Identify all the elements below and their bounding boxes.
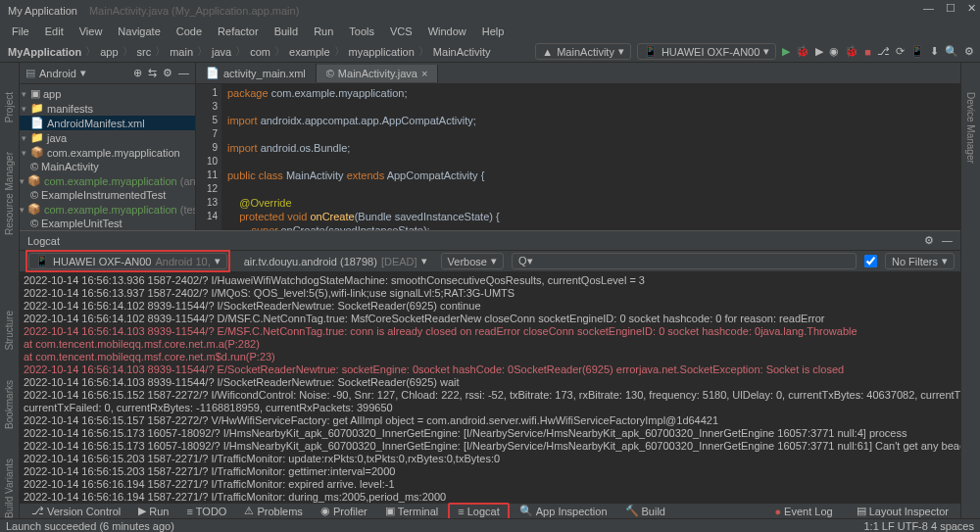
logcat-title: Logcat — [27, 235, 60, 247]
menu-build[interactable]: Build — [269, 24, 304, 39]
logcat-search[interactable]: Q▾ — [512, 253, 857, 269]
tab-profiler[interactable]: ◉Profiler — [313, 504, 375, 518]
status-right: 1:1 LF UTF-8 4 spaces — [864, 520, 975, 532]
android-icon: ▲ — [542, 46, 553, 58]
chevron-down-icon[interactable]: ▾ — [80, 67, 86, 79]
hide-icon[interactable]: — — [942, 234, 953, 247]
menu-refactor[interactable]: Refactor — [212, 24, 265, 39]
crumb[interactable]: app — [98, 46, 120, 58]
tab-terminal[interactable]: ▣Terminal — [377, 504, 447, 518]
regex-checkbox[interactable] — [864, 255, 877, 267]
device-select[interactable]: 📱 HUAWEI OXF-AN00 Android 10, ▾ — [28, 253, 227, 269]
tab-build-variants[interactable]: Build Variants — [4, 459, 15, 518]
tab-vcs[interactable]: ⎇Version Control — [24, 504, 128, 518]
menu-tools[interactable]: Tools — [343, 24, 380, 39]
profile-icon[interactable]: ◉ — [829, 45, 839, 58]
tree-pkg-test[interactable]: ▾📦com.example.myapplication (androidTest… — [20, 173, 195, 188]
tab-device-manager[interactable]: Device Manager — [965, 92, 976, 164]
kotlin-icon: © — [30, 218, 38, 229]
menu-vcs[interactable]: VCS — [384, 24, 418, 39]
tab-logcat[interactable]: ≡Logcat — [448, 503, 509, 520]
sync-icon[interactable]: ⟳ — [896, 45, 905, 58]
kotlin-icon: © — [30, 161, 38, 172]
chevron-down-icon: ▾ — [942, 255, 948, 267]
debug-icon[interactable]: 🐞 — [796, 45, 809, 58]
tab-structure[interactable]: Structure — [4, 311, 15, 351]
gear-icon[interactable]: ⚙ — [163, 67, 172, 79]
tab-problems[interactable]: ⚠Problems — [236, 504, 310, 518]
tree-app[interactable]: ▾▣app — [20, 86, 195, 101]
xml-icon: 📄 — [206, 67, 220, 79]
run-config-dropdown[interactable]: ▲ MainActivity ▾ — [535, 43, 631, 60]
target-icon[interactable]: ⊕ — [133, 67, 142, 79]
crumb[interactable]: myapplication — [347, 46, 416, 58]
tree-manifest-file[interactable]: 📄AndroidManifest.xml — [20, 116, 195, 130]
tree-pkg[interactable]: ▾📦com.example.myapplication — [20, 145, 195, 160]
expand-icon[interactable]: ⇆ — [148, 67, 157, 79]
tree-java[interactable]: ▾📁java — [20, 130, 195, 145]
crumb[interactable]: example — [287, 46, 332, 58]
crumb[interactable]: src — [135, 46, 154, 58]
crumb[interactable]: java — [210, 46, 233, 58]
close-icon[interactable]: ✕ — [967, 2, 976, 15]
level-select[interactable]: Verbose ▾ — [441, 253, 504, 269]
status-bar: Launch succeeded (6 minutes ago) 1:1 LF … — [0, 518, 980, 532]
tab-project[interactable]: Project — [4, 92, 15, 122]
title-detail: MainActivity.java (My_Application.app.ma… — [89, 5, 299, 17]
tree-mainactivity[interactable]: ©MainActivity — [20, 160, 195, 173]
android-icon: ▤ — [25, 67, 35, 79]
sdk-icon[interactable]: ⬇ — [930, 45, 939, 58]
menu-edit[interactable]: Edit — [39, 24, 70, 39]
vcs-icon[interactable]: ⎇ — [877, 45, 890, 58]
editor-tab-xml[interactable]: 📄activity_main.xml — [196, 64, 317, 82]
tab-build[interactable]: 🔨Build — [617, 504, 673, 518]
settings-icon[interactable]: ⚙ — [964, 45, 974, 58]
attach-debugger-icon[interactable]: 🐞 — [845, 45, 858, 58]
tab-app-inspection[interactable]: 🔍App Inspection — [512, 504, 615, 518]
package-icon: 📦 — [27, 203, 41, 216]
crumb[interactable]: main — [168, 46, 195, 58]
tree-pkg-unittest[interactable]: ▾📦com.example.myapplication (test) — [20, 202, 195, 217]
coverage-icon[interactable]: ▶ — [815, 45, 823, 58]
tab-bookmarks[interactable]: Bookmarks — [4, 380, 15, 429]
tab-resource-manager[interactable]: Resource Manager — [4, 152, 15, 235]
stop-icon[interactable]: ■ — [864, 46, 871, 58]
tree-example-inst[interactable]: ©ExampleInstrumentedTest — [20, 188, 195, 202]
menu-window[interactable]: Window — [422, 24, 472, 39]
tab-todo[interactable]: ≡TODO — [178, 505, 234, 518]
filter-select[interactable]: No Filters ▾ — [885, 253, 955, 269]
logcat-output[interactable]: 2022-10-14 16:56:13.936 1587-2402/? I/Hu… — [20, 272, 960, 503]
editor-tab-java[interactable]: ©MainActivity.java × — [317, 65, 439, 82]
tab-layout-inspector[interactable]: ▤Layout Inspector — [849, 504, 956, 518]
process-select[interactable]: air.tv.douyu.android (18798) [DEAD] ▾ — [238, 254, 433, 268]
menu-bar: File Edit View Navigate Code Refactor Bu… — [0, 22, 980, 41]
menu-code[interactable]: Code — [171, 24, 208, 39]
run-icon[interactable]: ▶ — [782, 45, 790, 58]
crumb[interactable]: MainActivity — [431, 46, 493, 58]
minimize-icon[interactable]: — — [923, 2, 934, 15]
menu-run[interactable]: Run — [308, 24, 339, 39]
avd-icon[interactable]: 📱 — [910, 45, 924, 58]
tab-event-log[interactable]: ●Event Log — [766, 504, 840, 518]
tree-manifests[interactable]: ▾📁manifests — [20, 101, 195, 116]
folder-icon: 📁 — [30, 102, 44, 115]
crumb[interactable]: com — [248, 46, 272, 58]
tree-example-unit[interactable]: ©ExampleUnitTest — [20, 217, 195, 230]
gear-icon[interactable]: ⚙ — [924, 234, 934, 247]
right-tool-strip: Device Manager — [960, 63, 980, 518]
folder-icon: 📁 — [30, 131, 44, 144]
menu-view[interactable]: View — [74, 24, 109, 39]
menu-file[interactable]: File — [6, 24, 35, 39]
device-dropdown[interactable]: 📱 HUAWEI OXF-AN00 ▾ — [637, 43, 776, 60]
menu-navigate[interactable]: Navigate — [112, 24, 166, 39]
crumb[interactable]: MyApplication — [6, 46, 83, 58]
menu-help[interactable]: Help — [476, 24, 511, 39]
bottom-tool-strip: ⎇Version Control ▶Run ≡TODO ⚠Problems ◉P… — [20, 503, 960, 518]
close-tab-icon[interactable]: × — [421, 68, 427, 79]
project-view-label[interactable]: Android — [39, 68, 76, 79]
tab-run[interactable]: ▶Run — [130, 504, 176, 518]
title-bar: My Application MainActivity.java (My_App… — [0, 0, 980, 22]
search-icon[interactable]: 🔍 — [945, 45, 958, 58]
maximize-icon[interactable]: ☐ — [946, 2, 956, 15]
hide-icon[interactable]: — — [178, 67, 189, 79]
